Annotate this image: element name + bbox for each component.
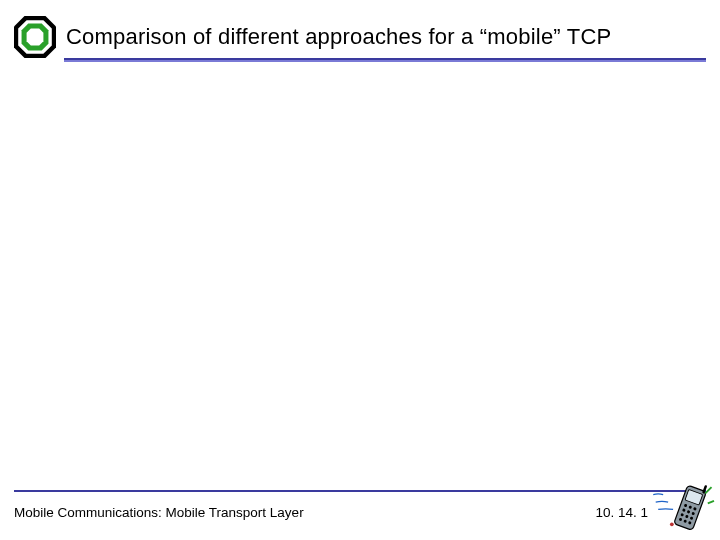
phone-icon xyxy=(650,476,716,538)
footer-divider xyxy=(14,490,706,492)
footer-source: Mobile Communications: Mobile Transport … xyxy=(14,505,304,520)
slide: Comparison of different approaches for a… xyxy=(0,0,720,540)
footer-page-number: 10. 14. 1 xyxy=(595,505,648,520)
slide-title: Comparison of different approaches for a… xyxy=(66,24,700,50)
header-divider xyxy=(64,58,706,62)
svg-point-19 xyxy=(670,523,674,527)
svg-marker-3 xyxy=(27,29,44,46)
logo-icon xyxy=(14,16,56,58)
